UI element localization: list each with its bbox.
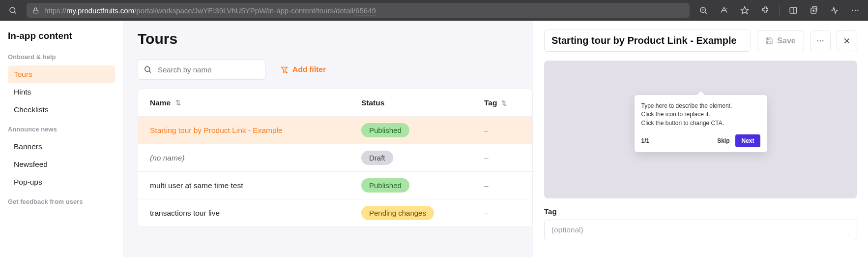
more-options-button[interactable] bbox=[810, 31, 831, 51]
status-badge: Pending changes bbox=[361, 206, 434, 220]
svg-line-5 bbox=[705, 12, 706, 13]
zoom-out-icon[interactable] bbox=[696, 3, 710, 17]
save-button[interactable]: Save bbox=[757, 31, 804, 51]
cell-status: Published bbox=[361, 123, 484, 137]
cell-status: Draft bbox=[361, 151, 484, 165]
sidebar-item-pop-ups[interactable]: Pop-ups bbox=[8, 173, 115, 191]
collections-icon[interactable] bbox=[807, 3, 821, 17]
cell-status: Pending changes bbox=[361, 206, 484, 220]
svg-line-1 bbox=[14, 12, 16, 13]
filter-icon bbox=[280, 65, 289, 74]
search-icon bbox=[144, 65, 152, 74]
table-row[interactable]: (no name)Draft– bbox=[138, 144, 532, 172]
performance-icon[interactable] bbox=[828, 3, 841, 17]
status-badge: Published bbox=[361, 178, 409, 193]
svg-point-14 bbox=[852, 10, 853, 11]
svg-point-0 bbox=[10, 7, 15, 13]
col-header-status[interactable]: Status bbox=[361, 98, 484, 107]
svg-point-21 bbox=[817, 40, 818, 41]
svg-point-23 bbox=[822, 40, 824, 41]
tag-field: Tag bbox=[544, 207, 857, 240]
detail-title-input[interactable]: Starting tour by Product Link - Example bbox=[544, 30, 751, 52]
skip-button[interactable]: Skip bbox=[717, 137, 729, 144]
status-badge: Draft bbox=[361, 151, 393, 165]
sort-icon: ⇅ bbox=[175, 99, 181, 106]
split-screen-icon[interactable] bbox=[786, 3, 800, 17]
sidebar-item-banners[interactable]: Banners bbox=[8, 138, 115, 156]
detail-header: Starting tour by Product Link - Example … bbox=[544, 30, 857, 52]
sidebar-section-label: Announce news bbox=[8, 126, 115, 133]
tag-input[interactable] bbox=[544, 220, 857, 240]
svg-line-18 bbox=[149, 71, 151, 72]
sidebar: In-app content Onboard & helpToursHintsC… bbox=[0, 21, 123, 257]
svg-rect-2 bbox=[33, 10, 38, 13]
col-header-tag[interactable]: Tag ⇅ bbox=[484, 98, 514, 107]
sort-icon: ⇅ bbox=[501, 99, 507, 107]
cell-name: transactions tour live bbox=[150, 209, 361, 218]
tooltip-text[interactable]: Type here to describe the element. Click… bbox=[641, 102, 760, 128]
col-header-name[interactable]: Name ⇅ bbox=[150, 98, 361, 107]
sidebar-title: In-app content bbox=[8, 31, 115, 41]
table-row[interactable]: multi user at same time testPublished– bbox=[138, 172, 532, 199]
search-icon[interactable] bbox=[6, 3, 20, 17]
status-badge: Published bbox=[361, 123, 409, 137]
svg-point-16 bbox=[857, 10, 858, 11]
sidebar-section-label: Onboard & help bbox=[8, 53, 115, 61]
table-row[interactable]: Starting tour by Product Link - ExampleP… bbox=[138, 117, 532, 144]
page-title: Tours bbox=[138, 31, 533, 47]
main-content: Tours Add filter Name ⇅ bbox=[123, 21, 533, 257]
browser-bar: https://my.productfruits.com/portal/work… bbox=[0, 0, 868, 21]
svg-point-22 bbox=[820, 40, 821, 41]
svg-marker-8 bbox=[741, 7, 749, 14]
svg-point-17 bbox=[145, 66, 150, 71]
cell-tag: – bbox=[484, 181, 514, 190]
cell-tag: – bbox=[484, 154, 514, 162]
table-header: Name ⇅ Status Tag ⇅ bbox=[138, 89, 532, 117]
toolbar: Add filter bbox=[138, 59, 533, 80]
add-filter-label: Add filter bbox=[292, 65, 326, 74]
close-button[interactable] bbox=[837, 31, 857, 51]
svg-text:»: » bbox=[726, 7, 727, 10]
next-button[interactable]: Next bbox=[735, 134, 760, 147]
sidebar-item-tours[interactable]: Tours bbox=[8, 65, 115, 83]
step-counter: 1/1 bbox=[641, 137, 650, 144]
search-input[interactable] bbox=[138, 59, 265, 80]
tour-preview: Type here to describe the element. Click… bbox=[544, 61, 857, 198]
favorite-icon[interactable] bbox=[738, 3, 752, 17]
add-filter-button[interactable]: Add filter bbox=[280, 65, 326, 74]
sidebar-item-newsfeed[interactable]: Newsfeed bbox=[8, 156, 115, 173]
sidebar-item-checklists[interactable]: Checklists bbox=[8, 101, 115, 119]
cell-name: multi user at same time test bbox=[150, 181, 361, 190]
separator bbox=[779, 5, 780, 16]
svg-point-15 bbox=[855, 10, 856, 11]
cell-status: Published bbox=[361, 178, 484, 193]
cell-tag: – bbox=[484, 209, 514, 218]
cell-name: (no name) bbox=[150, 154, 361, 162]
detail-panel: Starting tour by Product Link - Example … bbox=[533, 21, 868, 257]
extensions-icon[interactable] bbox=[758, 3, 772, 17]
tooltip-card: Type here to describe the element. Click… bbox=[635, 95, 767, 152]
url-bar[interactable]: https://my.productfruits.com/portal/work… bbox=[27, 3, 690, 18]
search-wrap bbox=[138, 59, 265, 80]
sidebar-item-hints[interactable]: Hints bbox=[8, 83, 115, 101]
read-aloud-icon[interactable]: » bbox=[717, 3, 731, 17]
more-icon[interactable] bbox=[848, 3, 862, 17]
cell-name: Starting tour by Product Link - Example bbox=[150, 126, 361, 135]
sidebar-section-label: Get feedback from users bbox=[8, 198, 115, 205]
url-text: https://my.productfruits.com/portal/work… bbox=[44, 6, 376, 15]
browser-actions: » bbox=[696, 3, 862, 17]
table-row[interactable]: transactions tour livePending changes– bbox=[138, 199, 532, 227]
tag-label: Tag bbox=[544, 207, 857, 216]
cell-tag: – bbox=[484, 126, 514, 135]
tooltip-footer: 1/1 Skip Next bbox=[641, 134, 760, 147]
lock-icon bbox=[31, 3, 39, 17]
tours-table: Name ⇅ Status Tag ⇅ Starting tour by Pro… bbox=[138, 89, 533, 227]
